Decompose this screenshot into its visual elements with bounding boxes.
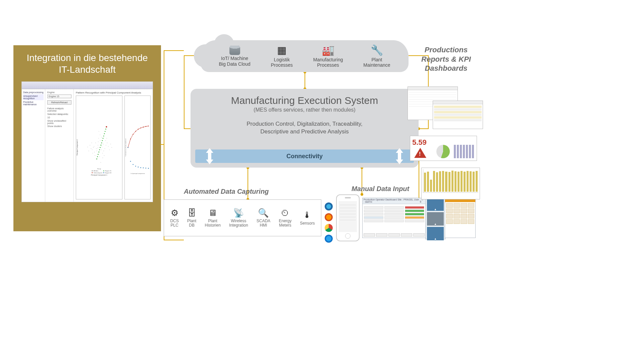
auto-section-label: Automated Data Capturing — [184, 188, 269, 195]
svg-point-35 — [93, 153, 93, 153]
firefox-icon — [325, 213, 333, 221]
grid-panel — [445, 198, 476, 238]
tile: ▲ — [427, 227, 444, 240]
scada-icon: 🔍 — [257, 208, 270, 218]
auto-label: SCADA — [257, 219, 270, 223]
auto-item-scada: 🔍 SCADA HMI — [257, 208, 270, 228]
analytics-titlebar — [22, 82, 153, 89]
connector — [184, 55, 184, 129]
pie-chart-icon — [436, 145, 450, 158]
browser-icons — [325, 202, 333, 243]
svg-point-27 — [108, 146, 108, 146]
svg-point-58 — [105, 129, 106, 130]
svg-point-57 — [105, 131, 106, 132]
nav-item: Unsupervised recognition — [23, 94, 44, 100]
svg-point-5 — [94, 152, 95, 152]
operator-dashboard-window: Production Operator Dashboard Site : PRA… — [362, 198, 426, 238]
svg-point-28 — [91, 148, 91, 149]
svg-point-1 — [98, 145, 98, 145]
phone-screen — [339, 201, 357, 232]
curve-xlabel: # of principal components — [130, 173, 145, 174]
svg-point-38 — [106, 138, 107, 138]
cloud-label: Processes — [317, 62, 339, 68]
dashboard-titlebar: Production Operator Dashboard Site : PRA… — [363, 198, 426, 204]
svg-point-6 — [100, 140, 100, 141]
auto-label: Plant — [208, 219, 217, 223]
svg-point-30 — [96, 159, 96, 159]
svg-point-14 — [99, 157, 100, 157]
svg-point-31 — [110, 144, 111, 144]
left-panel-title: Integration in die bestehende IT-Landsch… — [21, 52, 153, 75]
cloud-item-maintenance: 🔧 Plant Maintenance — [363, 45, 390, 68]
scatter-xlabel: Principal Component 1 — [91, 174, 107, 176]
cloud-item-manufacturing: 🏭 Manufacturing Processes — [313, 45, 343, 68]
auto-item-energy: ⏲ Energy Meters — [279, 208, 291, 228]
svg-point-66 — [103, 172, 104, 173]
cloud-label: Processes — [271, 62, 293, 68]
cloud-label: Logistik — [274, 57, 289, 62]
svg-point-51 — [101, 145, 102, 146]
svg-point-45 — [96, 159, 97, 160]
svg-point-80 — [135, 166, 136, 167]
svg-point-33 — [104, 155, 104, 156]
left-integration-panel: Integration in die bestehende IT-Landsch… — [13, 45, 161, 231]
factory-icon: 🏭 — [313, 45, 343, 56]
svg-point-60 — [92, 170, 93, 171]
updown-arrow-icon — [395, 149, 404, 163]
svg-point-43 — [99, 131, 99, 131]
auto-item-sensors: 🌡 Sensors — [300, 210, 315, 226]
svg-point-39 — [103, 158, 103, 158]
auto-label: Historien — [205, 223, 220, 228]
svg-point-84 — [145, 168, 146, 169]
logistics-icon: ▦ — [271, 45, 293, 56]
updown-arrow-icon — [205, 149, 214, 163]
svg-point-52 — [101, 142, 102, 143]
svg-point-12 — [96, 143, 96, 143]
svg-point-78 — [130, 161, 131, 162]
svg-point-13 — [105, 148, 105, 149]
mdb-icon: 🗄 — [187, 208, 196, 218]
tile: ▲ — [427, 212, 444, 226]
svg-point-0 — [99, 147, 99, 147]
curve-ylabel: % of variance of data explained — [125, 139, 126, 157]
svg-point-9 — [92, 149, 92, 150]
auto-label: Wireless — [231, 219, 246, 223]
mes-desc-line: Descriptive and Predictive Analysis — [191, 128, 419, 136]
svg-point-17 — [97, 151, 97, 151]
auto-label: HMI — [260, 223, 267, 228]
svg-point-74 — [143, 127, 144, 128]
analytics-nav: Data preprocessing Unsupervised recognit… — [22, 89, 45, 202]
svg-point-53 — [102, 140, 103, 141]
safari-icon — [325, 235, 333, 243]
database-cloud-icon — [229, 46, 240, 55]
auto-item-wireless: 📡 Wireless Integration — [229, 208, 248, 228]
auto-label: DCS — [170, 219, 179, 223]
nav-item: Data preprocessing — [23, 90, 44, 94]
connectivity-label: Connectivity — [286, 153, 323, 160]
svg-point-21 — [103, 151, 104, 151]
auto-label: DB — [189, 223, 195, 228]
bracket-mid — [160, 144, 164, 145]
auto-label: Integration — [229, 223, 248, 228]
kpi-alert-window: 5.59 — [410, 136, 477, 161]
tile-panel: ▲ ▲ ▲ — [425, 196, 445, 239]
refresh-button: Refresh/Reload — [47, 100, 71, 105]
svg-point-19 — [98, 141, 98, 142]
cloud-label: IoT/ Machine — [221, 56, 248, 61]
mes-title: Manufacturing Execution System — [191, 95, 419, 106]
remote-icon: 📡 — [229, 208, 248, 218]
svg-point-54 — [103, 138, 104, 139]
svg-point-62 — [92, 172, 93, 173]
reports-section-label: Productions Reports & KPI Dashboards — [411, 45, 481, 73]
svg-point-44 — [101, 162, 101, 163]
engine-select: Engine 15 — [47, 95, 71, 98]
report-window-2 — [433, 101, 483, 129]
analytics-controls: Engine Engine 15 Refresh/Reload Failure … — [45, 89, 74, 202]
cloud-item-iot: IoT/ Machine Big Data Cloud — [219, 46, 250, 66]
auto-label: Plant — [187, 219, 196, 223]
auto-item-historian: 🖥 Plant Historien — [205, 208, 220, 228]
scatter-ylabel: Principal Component 2 — [76, 139, 78, 156]
sensor-icon: 🌡 — [300, 210, 315, 220]
connector — [419, 128, 429, 129]
svg-point-34 — [100, 135, 100, 135]
